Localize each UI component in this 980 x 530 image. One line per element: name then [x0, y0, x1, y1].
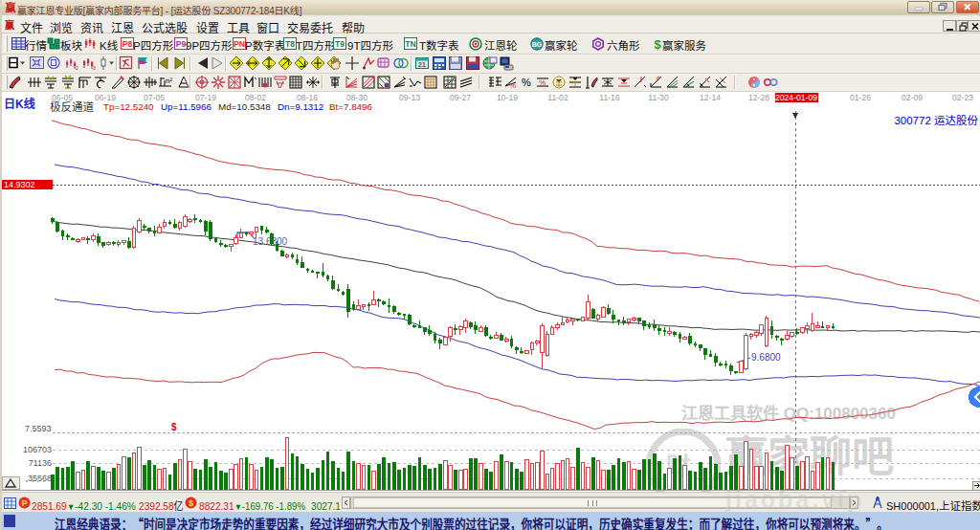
- svg-text:T8: T8: [285, 39, 295, 49]
- svg-text:14.9302: 14.9302: [4, 180, 35, 189]
- svg-text:Up=11.5966: Up=11.5966: [161, 101, 212, 112]
- svg-text:02-09: 02-09: [902, 93, 923, 102]
- svg-text:%: %: [522, 77, 531, 88]
- svg-text:09-27: 09-27: [450, 93, 471, 102]
- svg-text:10-19: 10-19: [497, 93, 518, 102]
- svg-text:江恩工具软件 QQ:100800360: 江恩工具软件 QQ:100800360: [681, 400, 896, 424]
- svg-text:106703: 106703: [23, 445, 52, 454]
- svg-text:02-23: 02-23: [952, 93, 973, 102]
- svg-text:T9: T9: [335, 39, 345, 49]
- svg-text:极反通道: 极反通道: [50, 99, 94, 114]
- svg-text:$: $: [171, 422, 177, 432]
- svg-text:01-26: 01-26: [850, 93, 871, 102]
- svg-text:12-14: 12-14: [700, 93, 721, 102]
- svg-text:PN: PN: [234, 39, 245, 49]
- svg-text:21: 21: [418, 61, 426, 68]
- svg-text:12-28: 12-28: [748, 93, 769, 102]
- svg-text:%: %: [539, 78, 546, 87]
- svg-text:$: $: [654, 37, 661, 51]
- svg-text:P8: P8: [122, 39, 133, 49]
- svg-text:2024-01-09: 2024-01-09: [775, 93, 817, 102]
- svg-text:Tp=12.5240: Tp=12.5240: [103, 101, 154, 112]
- svg-text:300772 运达股份: 300772 运达股份: [894, 112, 978, 127]
- svg-text:Dn=9.1312: Dn=9.1312: [278, 101, 323, 112]
- svg-text:TN: TN: [405, 39, 415, 49]
- svg-text:F: F: [657, 76, 660, 82]
- svg-text:7.5593: 7.5593: [25, 424, 52, 433]
- svg-text:2: 2: [76, 64, 78, 71]
- svg-text:P: P: [21, 498, 27, 508]
- svg-text:%: %: [509, 81, 516, 90]
- svg-text:Md=10.5348: Md=10.5348: [218, 101, 271, 112]
- svg-text:11-30: 11-30: [648, 93, 669, 102]
- svg-text:9.6800: 9.6800: [751, 352, 781, 363]
- svg-text:n²: n²: [166, 77, 172, 85]
- svg-text:赢: 赢: [5, 19, 14, 31]
- svg-text:11-16: 11-16: [599, 93, 620, 102]
- svg-text:P9: P9: [176, 39, 187, 49]
- svg-text:09-13: 09-13: [399, 93, 420, 102]
- svg-text:BG: BG: [532, 41, 543, 48]
- svg-text:11-02: 11-02: [547, 93, 568, 102]
- svg-text:$: $: [189, 498, 193, 508]
- svg-text:71136: 71136: [29, 458, 52, 468]
- svg-text:赢: 赢: [6, 2, 16, 13]
- svg-text:3: 3: [93, 64, 96, 71]
- svg-text:Bt=7.8496: Bt=7.8496: [329, 101, 372, 112]
